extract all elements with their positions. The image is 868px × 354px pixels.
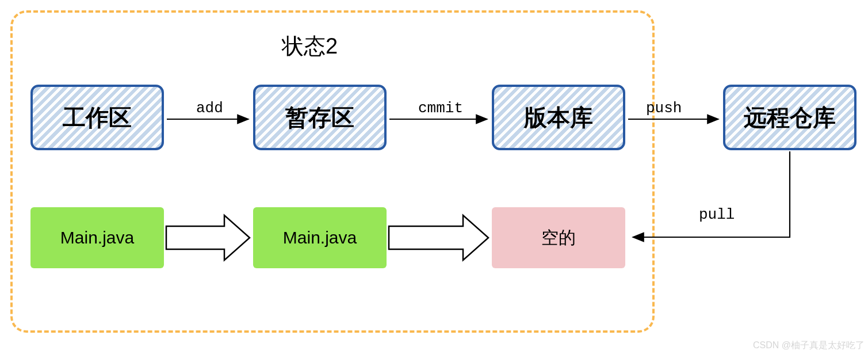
repo-content: 空的 bbox=[492, 207, 625, 268]
diagram-title: 状态2 bbox=[282, 32, 338, 61]
area-staging: 暂存区 bbox=[253, 85, 387, 150]
area-working: 工作区 bbox=[30, 85, 164, 150]
area-staging-label: 暂存区 bbox=[285, 102, 354, 134]
working-content: Main.java bbox=[30, 207, 164, 268]
arrow-label-push: push bbox=[646, 100, 682, 117]
arrow-label-pull: pull bbox=[699, 206, 735, 223]
area-remote: 远程仓库 bbox=[723, 85, 856, 150]
area-remote-label: 远程仓库 bbox=[744, 102, 836, 134]
staging-content: Main.java bbox=[253, 207, 387, 268]
watermark: CSDN @柚子真是太好吃了 bbox=[753, 340, 865, 352]
area-working-label: 工作区 bbox=[63, 102, 132, 134]
arrow-label-commit: cmmit bbox=[418, 100, 463, 117]
arrow-pull-icon bbox=[633, 151, 790, 237]
area-repo: 版本库 bbox=[492, 85, 625, 150]
staging-content-label: Main.java bbox=[283, 228, 357, 248]
working-content-label: Main.java bbox=[60, 228, 134, 248]
arrow-label-add: add bbox=[196, 100, 223, 117]
repo-content-label: 空的 bbox=[541, 226, 576, 250]
area-repo-label: 版本库 bbox=[524, 102, 593, 134]
